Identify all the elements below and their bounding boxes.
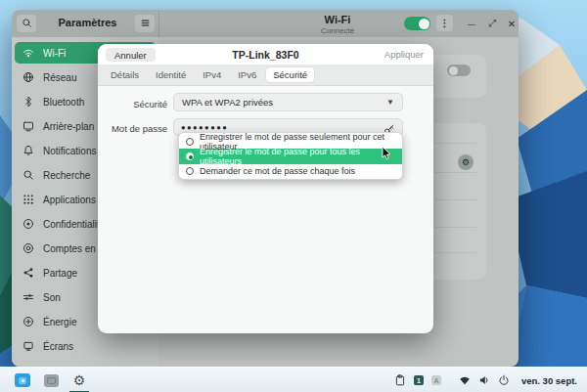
displays-icon	[23, 340, 34, 352]
volume-icon[interactable]	[478, 374, 490, 386]
tab-identite[interactable]: Identité	[149, 67, 193, 82]
radio-selected-icon	[186, 152, 194, 160]
tab-ipv4[interactable]: IPv4	[196, 67, 228, 82]
settings-app-launcher[interactable]: ⚙	[70, 371, 88, 389]
sidebar-item-label: Confidentialité	[43, 219, 105, 230]
security-label: Sécurité	[98, 99, 167, 109]
taskbar: ⚙ 1 A ven. 30 sept.	[0, 367, 587, 392]
globe-icon	[23, 71, 34, 83]
tab-securite[interactable]: Sécurité	[266, 67, 314, 82]
hamburger-icon	[140, 15, 151, 32]
search-icon	[23, 169, 34, 181]
online-accounts-icon	[23, 242, 34, 254]
panel-subtitle: Connecté	[294, 26, 382, 35]
popup-option-label: Enregistrer le mot de passe pour tous le…	[200, 147, 402, 166]
headerbar-divider	[158, 10, 159, 37]
boxes-app-launcher[interactable]	[14, 371, 31, 389]
security-dropdown[interactable]: WPA et WPA2 privées ▼	[173, 93, 403, 111]
tab-details[interactable]: Détails	[104, 67, 146, 82]
menu-dots-icon: ⋮	[440, 18, 450, 28]
background-toggle[interactable]	[447, 65, 471, 76]
minimize-icon: —	[468, 20, 475, 28]
sidebar-item-label: Notifications	[43, 146, 96, 156]
network-settings-dialog: Annuler TP-Link_83F0 Appliquer DétailsId…	[98, 44, 433, 333]
restore-button[interactable]: ⤢	[484, 16, 500, 31]
radio-icon	[186, 138, 194, 146]
close-button[interactable]: ✕	[504, 16, 519, 31]
share-icon	[23, 267, 34, 279]
popup-option-enregistrer-le-mot-de-passe-pour-tous-le[interactable]: Enregistrer le mot de passe pour tous le…	[179, 149, 402, 163]
bluetooth-icon	[23, 96, 34, 108]
chevron-down-icon: ▼	[386, 98, 394, 107]
sidebar-item-label: Applications	[43, 195, 96, 205]
panel-menu-button[interactable]: ⋮	[436, 15, 453, 31]
search-button[interactable]	[17, 15, 36, 32]
sidebar-item-label: Wi-Fi	[43, 48, 66, 59]
popup-option-label: Demander ce mot de passe chaque fois	[200, 166, 355, 176]
cancel-button[interactable]: Annuler	[106, 48, 156, 62]
clock-date[interactable]: ven. 30 sept.	[521, 375, 577, 386]
sound-icon	[23, 291, 34, 303]
wifi-toggle[interactable]	[404, 17, 430, 30]
wifi-status-icon[interactable]	[459, 374, 471, 386]
close-icon: ✕	[508, 19, 516, 29]
apps-grid-icon	[23, 194, 34, 205]
sidebar-item-label: Réseau	[43, 72, 76, 83]
restore-icon: ⤢	[488, 18, 496, 29]
mouse-cursor	[382, 147, 393, 160]
privacy-icon	[23, 218, 34, 230]
minimize-button[interactable]: —	[464, 16, 479, 31]
radio-icon	[186, 167, 194, 175]
energy-icon	[23, 316, 34, 327]
gear-icon: ⚙	[462, 157, 470, 167]
dialog-tabbar: DétailsIdentitéIPv4IPv6Sécurité	[98, 65, 433, 86]
sidebar-item-label: Partage	[43, 268, 77, 279]
app-title: Paramètres	[41, 17, 134, 28]
sidebar-item-label: Arrière-plan	[43, 121, 94, 132]
dialog-header: Annuler TP-Link_83F0 Appliquer	[98, 44, 433, 65]
network-options-button[interactable]: ⚙	[458, 154, 474, 170]
sidebar-item-label: Bluetooth	[43, 97, 84, 108]
desktop: Paramètres Wi-Fi Connecté ⋮ — ⤢ ✕	[0, 0, 587, 392]
keyboard-layout-badge[interactable]: 1	[414, 375, 424, 385]
boxes-app-icon	[15, 373, 30, 387]
power-icon[interactable]	[498, 374, 510, 386]
screenshot-app-launcher[interactable]	[42, 371, 60, 389]
sidebar-item-label: Écrans	[43, 341, 73, 352]
settings-app-icon: ⚙	[73, 372, 86, 388]
apply-button[interactable]: Appliquer	[384, 49, 424, 60]
keyboard-layout-alt-badge[interactable]: A	[431, 375, 441, 385]
background-icon	[23, 120, 34, 132]
password-storage-popup: Enregistrer le mot de passe seulement po…	[178, 132, 403, 180]
notifications-icon	[23, 145, 34, 156]
password-label: Mot de passe	[98, 123, 167, 134]
screenshot-app-icon	[44, 374, 59, 387]
sidebar-item-label: Son	[43, 292, 61, 303]
search-icon	[22, 15, 32, 32]
wifi-icon	[23, 47, 34, 59]
clipboard-icon[interactable]	[394, 374, 406, 386]
headerbar: Paramètres Wi-Fi Connecté ⋮ — ⤢ ✕	[12, 10, 519, 37]
panel-title: Wi-Fi Connecté	[294, 14, 382, 35]
sidebar-item-label: Recherche	[43, 170, 90, 181]
dialog-title: TP-Link_83F0	[176, 49, 355, 61]
sidebar-item-ecrans[interactable]: Écrans	[15, 335, 156, 357]
security-dropdown-value: WPA et WPA2 privées	[182, 97, 273, 108]
password-masked-value: ●●●●●●●●	[181, 123, 228, 132]
tab-ipv6[interactable]: IPv6	[231, 67, 263, 82]
taskbar-status-area: 1 A ven. 30 sept.	[394, 368, 581, 392]
primary-menu-button[interactable]	[135, 15, 155, 32]
sidebar-item-label: Énergie	[43, 317, 76, 327]
